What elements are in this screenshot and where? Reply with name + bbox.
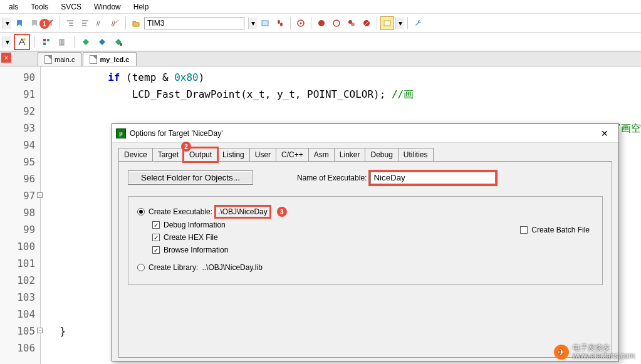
hex-file-check[interactable]: ✓ Create HEX File	[152, 233, 593, 242]
select-folder-button[interactable]: Select Folder for Objects...	[128, 170, 253, 185]
books-icon[interactable]	[56, 35, 70, 49]
watermark-url: www.elecfans.com	[573, 352, 635, 360]
config-icon[interactable]	[258, 16, 272, 30]
toolbar-separator	[377, 17, 377, 29]
batch-file-check[interactable]: Create Batch File	[520, 226, 590, 234]
tab-target[interactable]: Target	[152, 148, 184, 161]
hex-file-label: Create HEX File	[164, 233, 218, 242]
svg-rect-21	[384, 21, 390, 26]
file-tab-main[interactable]: main.c	[38, 52, 81, 66]
file-tab-label: main.c	[55, 56, 75, 63]
file-tab-label: my_lcd.c	[100, 56, 129, 63]
create-exec-path: .\OBJ\NiceDay	[216, 207, 269, 217]
svg-point-14	[300, 22, 302, 24]
watermark-logo-icon: ✈	[554, 345, 569, 360]
diamond-multi-icon[interactable]	[112, 35, 125, 49]
menu-item-als[interactable]: als	[3, 1, 24, 13]
main-toolbar: ▾ 1 // // TIM3 ▾ ▾	[0, 14, 641, 33]
target-dropdown[interactable]: TIM3	[144, 17, 244, 29]
breakpoint-kill-icon[interactable]	[360, 16, 373, 30]
svg-point-15	[318, 20, 325, 26]
close-icon[interactable]: ✕	[590, 124, 618, 143]
callout-1: 1	[39, 19, 50, 29]
diamond-blue-icon[interactable]	[95, 35, 109, 49]
svg-rect-28	[120, 43, 122, 46]
tab-user[interactable]: User	[249, 148, 276, 161]
dialog-tabs: Device Target 2 Output Listing User C/C+…	[118, 148, 612, 161]
toolbar-separator	[407, 17, 408, 29]
create-lib-radio[interactable]: Create Library: ..\OBJ\NiceDay.lib	[137, 263, 593, 272]
dialog-title: Options for Target 'NiceDay'	[130, 129, 222, 138]
checkbox-icon	[520, 226, 528, 234]
svg-rect-24	[47, 39, 50, 41]
build-toolbar: ▾	[0, 33, 641, 51]
toolbar-separator	[34, 36, 35, 48]
dropdown-arrow-icon[interactable]: ▾	[3, 36, 11, 48]
menu-item-help[interactable]: Help	[127, 1, 155, 13]
outdent-icon[interactable]	[78, 16, 92, 30]
browse-info-label: Browse Information	[164, 246, 228, 254]
watermark-brand: 电子发烧友	[573, 344, 635, 352]
output-groupbox: Create Executable: .\OBJ\NiceDay 3 ✓ Deb…	[128, 196, 603, 285]
dropdown-arrow-icon[interactable]: ▾	[395, 18, 404, 29]
tab-debug[interactable]: Debug	[365, 148, 398, 161]
svg-rect-26	[60, 39, 61, 45]
svg-point-22	[23, 38, 26, 41]
menu-bar: als Tools SVCS Window Help	[0, 0, 641, 14]
bookmark-prev-icon[interactable]	[13, 16, 26, 30]
breakpoint-icon[interactable]	[315, 16, 328, 30]
watermark: ✈ 电子发烧友 www.elecfans.com	[554, 344, 635, 360]
manage-icon[interactable]	[39, 35, 53, 49]
checkbox-icon: ✓	[152, 234, 160, 241]
tab-utilities[interactable]: Utilities	[398, 148, 434, 161]
file-icon	[44, 55, 52, 64]
svg-rect-10	[262, 21, 268, 26]
create-exec-radio[interactable]: Create Executable: .\OBJ\NiceDay 3	[137, 207, 593, 217]
menu-item-window[interactable]: Window	[88, 1, 127, 13]
indent-icon[interactable]	[63, 16, 77, 30]
options-dialog: μ Options for Target 'NiceDay' ✕ Device …	[112, 123, 619, 361]
toolbar-separator	[74, 36, 75, 48]
tab-asm[interactable]: Asm	[308, 148, 335, 161]
dropdown-arrow-icon[interactable]: ▾	[248, 18, 257, 29]
file-icon	[90, 55, 97, 64]
file-tab-bar: × main.c my_lcd.c	[0, 51, 641, 66]
toolbar-separator	[290, 17, 291, 29]
dropdown-arrow-icon[interactable]: ▾	[3, 18, 11, 29]
svg-point-12	[280, 23, 283, 26]
create-lib-path: ..\OBJ\NiceDay.lib	[202, 263, 262, 272]
tab-listing[interactable]: Listing	[217, 148, 250, 161]
menu-item-tools[interactable]: Tools	[24, 1, 55, 13]
close-all-icon[interactable]: ×	[1, 53, 11, 63]
svg-point-11	[278, 20, 280, 24]
breakpoint-clear-icon[interactable]	[345, 16, 358, 30]
radio-icon	[137, 264, 145, 271]
app-icon: μ	[116, 128, 126, 138]
tab-device[interactable]: Device	[118, 148, 153, 161]
callout-2: 2	[181, 142, 191, 152]
name-exec-label: Name of Executable:	[297, 174, 367, 182]
diamond-green-icon[interactable]	[79, 35, 93, 49]
svg-rect-23	[43, 39, 46, 41]
uncomment-icon[interactable]: //	[108, 16, 122, 30]
create-exec-label: Create Executable:	[149, 207, 212, 216]
svg-rect-25	[43, 43, 46, 45]
breakpoint-disable-icon[interactable]	[330, 16, 343, 30]
menu-item-svcs[interactable]: SVCS	[55, 1, 88, 13]
file-tab-mylcd[interactable]: my_lcd.c	[83, 52, 136, 66]
batch-file-label: Create Batch File	[531, 226, 590, 234]
svg-rect-27	[62, 39, 64, 45]
window-icon[interactable]	[380, 16, 394, 30]
comment-icon[interactable]: //	[93, 16, 107, 30]
tab-linker[interactable]: Linker	[334, 148, 366, 161]
browse-info-check[interactable]: ✓ Browse Information	[152, 246, 593, 254]
debug-icon[interactable]	[294, 16, 308, 30]
wrench-icon[interactable]	[411, 16, 425, 30]
dialog-titlebar[interactable]: μ Options for Target 'NiceDay' ✕	[112, 124, 618, 143]
name-exec-field[interactable]	[370, 172, 496, 184]
tab-cpp[interactable]: C/C++	[276, 148, 309, 161]
folder-icon[interactable]	[129, 16, 143, 30]
footprints-icon[interactable]	[273, 16, 287, 30]
options-target-icon[interactable]	[14, 34, 30, 50]
line-gutter: 9091929394959697-9899100101102103104105-…	[0, 66, 41, 364]
